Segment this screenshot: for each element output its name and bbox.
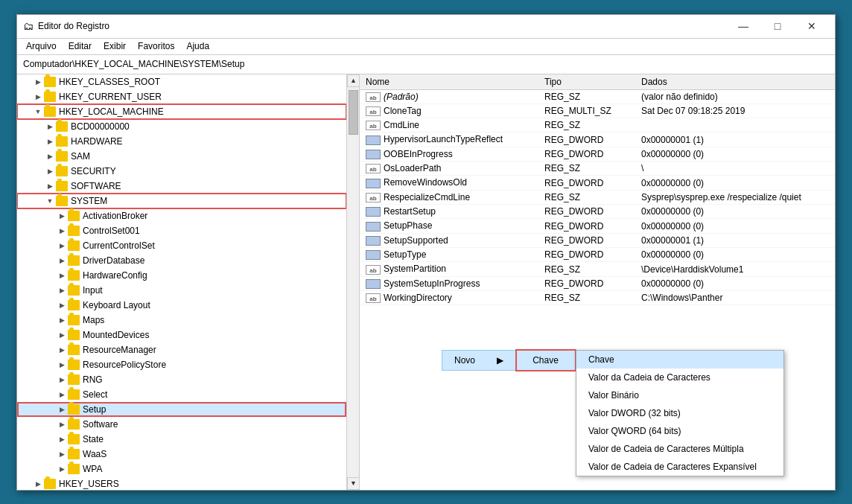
submenu-item[interactable]: Valor QWORD (64 bits)	[576, 422, 783, 440]
tree-item[interactable]: ▶DriverDatabase	[17, 253, 346, 268]
tree-item[interactable]: ▶Maps	[17, 313, 346, 328]
tree-scrollbar[interactable]: ▲ ▼	[346, 74, 359, 490]
tree-item[interactable]: ▼HKEY_LOCAL_MACHINE	[17, 104, 346, 119]
table-row[interactable]: RemoveWindowsOldREG_DWORD0x00000000 (0)	[360, 176, 835, 190]
tree-expand-icon[interactable]: ▼	[44, 195, 56, 207]
tree-item[interactable]: ▶HARDWARE	[17, 134, 346, 149]
tree-expand-icon[interactable]: ▶	[56, 403, 68, 415]
tree-pane[interactable]: ▶HKEY_CLASSES_ROOT▶HKEY_CURRENT_USER▼HKE…	[17, 74, 346, 490]
tree-expand-icon[interactable]: ▶	[56, 299, 68, 311]
table-row[interactable]: SystemSetupInProgressREG_DWORD0x00000000…	[360, 276, 835, 290]
tree-expand-icon[interactable]: ▶	[44, 165, 56, 177]
close-button[interactable]: ✕	[795, 14, 829, 38]
tree-expand-icon[interactable]: ▶	[56, 418, 68, 430]
tree-item[interactable]: ▶SAM	[17, 149, 346, 164]
table-row[interactable]: SetupTypeREG_DWORD0x00000000 (0)	[360, 248, 835, 262]
tree-item[interactable]: ▶Setup	[17, 402, 346, 417]
table-row[interactable]: abCloneTagREG_MULTI_SZSat Dec 07 09:18:2…	[360, 103, 835, 118]
tree-expand-icon[interactable]: ▶	[56, 374, 68, 386]
tree-item[interactable]: ▶HKEY_CLASSES_ROOT	[17, 74, 346, 89]
menu-favoritos[interactable]: Favoritos	[132, 39, 180, 53]
submenu-item[interactable]: Valor Binário	[576, 386, 783, 404]
scroll-thumb[interactable]	[349, 90, 358, 135]
tree-expand-icon[interactable]: ▶	[44, 180, 56, 192]
menu-exibir[interactable]: Exibir	[98, 39, 132, 53]
tree-expand-icon[interactable]: ▼	[32, 106, 44, 118]
registry-name: CmdLine	[384, 120, 419, 130]
tree-expand-icon[interactable]: ▶	[32, 76, 44, 88]
submenu-item[interactable]: Valor de Cadeia de Caracteres Múltipla	[576, 440, 783, 458]
tree-item[interactable]: ▶CurrentControlSet	[17, 238, 346, 253]
maximize-button[interactable]: □	[760, 14, 795, 38]
table-row[interactable]: SetupPhaseREG_DWORD0x00000000 (0)	[360, 219, 835, 233]
table-row[interactable]: ab(Padrão)REG_SZ(valor não definido)	[360, 89, 835, 103]
tree-expand-icon[interactable]: ▶	[56, 269, 68, 281]
tree-expand-icon[interactable]: ▶	[56, 359, 68, 371]
tree-item[interactable]: ▶HardwareConfig	[17, 268, 346, 283]
tree-expand-icon[interactable]: ▶	[56, 433, 68, 445]
submenu-item[interactable]: Chave	[576, 351, 783, 369]
table-row[interactable]: abOsLoaderPathREG_SZ\	[360, 162, 835, 176]
tree-expand-icon[interactable]: ▶	[44, 150, 56, 162]
registry-name: RespecializeCmdLine	[384, 192, 470, 202]
tree-item[interactable]: ▶ActivationBroker	[17, 208, 346, 223]
tree-expand-icon[interactable]: ▶	[56, 210, 68, 222]
chave-button[interactable]: Chave	[516, 350, 576, 371]
tree-item[interactable]: ▶RNG	[17, 372, 346, 387]
tree-item[interactable]: ▶ControlSet001	[17, 223, 346, 238]
tree-expand-icon[interactable]: ▶	[56, 240, 68, 252]
tree-expand-icon[interactable]: ▶	[56, 314, 68, 326]
tree-item[interactable]: ▶HKEY_CURRENT_USER	[17, 89, 346, 104]
table-row[interactable]: abSystemPartitionREG_SZ\Device\HarddiskV…	[360, 262, 835, 276]
tree-item[interactable]: ▶SECURITY	[17, 164, 346, 179]
tree-item[interactable]: ▶MountedDevices	[17, 328, 346, 342]
table-row[interactable]: OOBEInProgressREG_DWORD0x00000000 (0)	[360, 147, 835, 161]
scroll-up-arrow[interactable]: ▲	[347, 74, 360, 87]
tree-item[interactable]: ▶ResourceManager	[17, 342, 346, 357]
tree-item[interactable]: ▶WaaS	[17, 447, 346, 462]
tree-expand-icon[interactable]: ▶	[56, 225, 68, 237]
tree-item[interactable]: ▶State	[17, 432, 346, 447]
tree-expand-icon[interactable]: ▶	[56, 389, 68, 401]
table-row[interactable]: RestartSetupREG_DWORD0x00000000 (0)	[360, 205, 835, 219]
tree-item-label: SECURITY	[71, 166, 116, 176]
tree-expand-icon[interactable]: ▶	[56, 463, 68, 475]
tree-item[interactable]: ▶Software	[17, 417, 346, 432]
tree-item[interactable]: ▶SOFTWARE	[17, 179, 346, 194]
tree-item[interactable]: ▶HKEY_USERS	[17, 476, 346, 490]
col-dados: Dados	[635, 74, 835, 90]
menu-editar[interactable]: Editar	[63, 39, 98, 53]
tree-expand-icon[interactable]: ▶	[56, 284, 68, 296]
table-row[interactable]: HypervisorLaunchTypeReflectREG_DWORD0x00…	[360, 133, 835, 147]
tree-item[interactable]: ▶Select	[17, 387, 346, 402]
tree-expand-icon[interactable]: ▶	[56, 344, 68, 356]
tree-expand-icon[interactable]: ▶	[56, 329, 68, 341]
tree-item[interactable]: ▶Input	[17, 283, 346, 298]
tree-item[interactable]: ▼SYSTEM	[17, 194, 346, 208]
minimize-button[interactable]: —	[726, 14, 760, 38]
tree-pane-wrap: ▶HKEY_CLASSES_ROOT▶HKEY_CURRENT_USER▼HKE…	[17, 74, 360, 490]
tree-item[interactable]: ▶Keyboard Layout	[17, 298, 346, 313]
tree-expand-icon[interactable]: ▶	[32, 91, 44, 103]
novo-button[interactable]: Novo ▶	[442, 350, 516, 371]
submenu-item[interactable]: Valor da Cadeia de Caracteres	[576, 369, 783, 386]
tree-item[interactable]: ▶BCD00000000	[17, 119, 346, 134]
menu-arquivo[interactable]: Arquivo	[20, 39, 63, 53]
chave-submenu-wrap: Chave ChaveValor da Cadeia de Caracteres…	[516, 350, 576, 371]
table-row[interactable]: SetupSupportedREG_DWORD0x00000001 (1)	[360, 233, 835, 247]
tree-expand-icon[interactable]: ▶	[56, 448, 68, 460]
table-row[interactable]: abWorkingDirectoryREG_SZC:\Windows\Panth…	[360, 291, 835, 305]
tree-expand-icon[interactable]: ▶	[32, 478, 44, 490]
tree-item[interactable]: ▶ResourcePolicyStore	[17, 357, 346, 372]
submenu-item[interactable]: Valor de Cadeia de Caracteres Expansível	[576, 458, 783, 476]
tree-expand-icon[interactable]: ▶	[44, 135, 56, 147]
table-row[interactable]: abRespecializeCmdLineREG_SZSysprep\syspr…	[360, 190, 835, 204]
registry-type: REG_DWORD	[538, 205, 635, 219]
scroll-down-arrow[interactable]: ▼	[347, 477, 360, 490]
tree-item[interactable]: ▶WPA	[17, 462, 346, 476]
tree-expand-icon[interactable]: ▶	[44, 121, 56, 133]
tree-expand-icon[interactable]: ▶	[56, 255, 68, 267]
table-row[interactable]: abCmdLineREG_SZ	[360, 118, 835, 133]
submenu-item[interactable]: Valor DWORD (32 bits)	[576, 404, 783, 422]
menu-ajuda[interactable]: Ajuda	[180, 39, 215, 53]
